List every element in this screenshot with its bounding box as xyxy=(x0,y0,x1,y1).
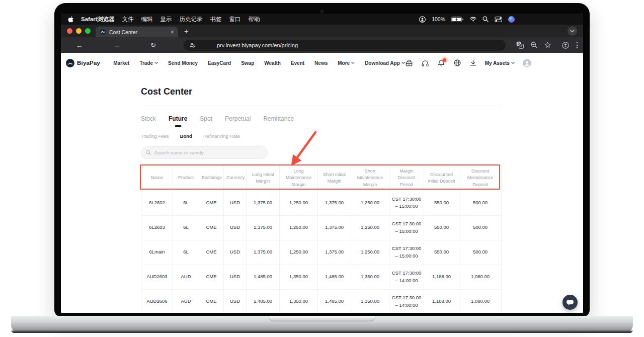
tab-title: Cost Center xyxy=(109,29,168,35)
fullscreen-window-button[interactable] xyxy=(85,28,91,34)
search-box[interactable] xyxy=(141,146,268,159)
table-cell: 1,375.00 xyxy=(318,240,351,265)
language-globe-icon[interactable] xyxy=(453,59,461,67)
menubar-item[interactable]: 编辑 xyxy=(141,16,152,23)
back-button[interactable]: ← xyxy=(76,37,83,53)
table-cell: 1,250.00 xyxy=(280,215,318,240)
browser-tab[interactable]: Cost Center × xyxy=(96,27,178,37)
table-cell: 1,080.00 xyxy=(459,289,502,313)
column-header: Product xyxy=(173,165,199,191)
table-cell: AUD xyxy=(173,289,199,313)
cost-table: NameProductExchangeCurrencyLong Initial … xyxy=(141,165,502,313)
control-center-icon[interactable] xyxy=(495,17,502,22)
table-cell: 6L2603 xyxy=(141,215,173,240)
table-cell: 550.00 xyxy=(424,240,459,265)
subtab-bond[interactable]: Bond xyxy=(180,133,192,139)
nav-item-more[interactable]: More xyxy=(338,60,355,66)
forward-button[interactable]: → xyxy=(113,37,120,53)
menubar-item[interactable]: 窗口 xyxy=(229,16,240,23)
annotation-arrow xyxy=(285,128,326,171)
table-cell: 1,375.00 xyxy=(247,191,280,215)
biyapay-logo[interactable]: BiyaPay xyxy=(66,59,100,67)
subtab-refinancing-rate[interactable]: Refinancing Rate xyxy=(203,133,240,139)
table-cell: 1,350.00 xyxy=(351,289,389,313)
table-cell: CST 17:30:00 – 15:00:00 xyxy=(389,215,424,240)
nav-item-wealth[interactable]: Wealth xyxy=(264,60,281,66)
battery-icon[interactable] xyxy=(451,17,464,22)
wifi-icon[interactable] xyxy=(470,17,476,22)
table-cell: 6L2602 xyxy=(141,191,173,215)
zoom-out-icon[interactable] xyxy=(531,42,537,48)
column-header: Short Maintenance Margin xyxy=(351,165,389,191)
table-cell: 1,350.00 xyxy=(280,289,318,313)
table-cell: 6L xyxy=(173,191,199,215)
table-cell: 1,250.00 xyxy=(351,215,389,240)
table-cell: CME xyxy=(199,265,224,289)
bookmark-star-icon[interactable] xyxy=(544,42,551,48)
siri-icon[interactable] xyxy=(508,16,515,23)
browser-profile-icon[interactable] xyxy=(562,42,569,49)
search-input[interactable] xyxy=(154,150,263,155)
nav-item-easycard[interactable]: EasyCard xyxy=(208,60,231,66)
nav-item-trade[interactable]: Trade xyxy=(139,60,158,66)
tab-spot[interactable]: Spot xyxy=(200,115,212,127)
menubar-item[interactable]: 书签 xyxy=(210,16,221,23)
tab-perpetual[interactable]: Perpetual xyxy=(225,115,251,127)
laptop-lid-notch xyxy=(268,316,376,321)
minimize-window-button[interactable] xyxy=(76,28,82,34)
nav-item-event[interactable]: Event xyxy=(291,60,304,66)
site-settings-tune-icon[interactable] xyxy=(190,42,196,48)
address-bar[interactable]: prv.invest.biyapay.com/en/pricing xyxy=(184,40,506,51)
search-icon xyxy=(146,150,151,155)
menubar-item[interactable]: 帮助 xyxy=(248,16,260,23)
translate-icon[interactable]: a xyxy=(516,41,524,49)
table-cell: 6L xyxy=(173,215,199,240)
menubar-item[interactable]: 文件 xyxy=(122,16,133,23)
tab-remittance[interactable]: Remittance xyxy=(263,115,294,127)
table-cell: 6Lmain xyxy=(141,240,173,265)
column-header: Long Initial Margin xyxy=(247,165,280,191)
customer-service-headset-icon[interactable] xyxy=(421,59,429,67)
tab-list-chevron-icon[interactable] xyxy=(568,26,577,36)
download-icon[interactable] xyxy=(469,59,477,66)
tab-future[interactable]: Future xyxy=(169,115,187,127)
browser-urlbar: ← → ↻ prv.invest.biyapay.com/en/pricing … xyxy=(61,37,583,53)
site-nav-links: MarketTradeSend MoneyEasyCardSwapWealthE… xyxy=(113,60,405,66)
my-assets-menu[interactable]: My Assets xyxy=(485,60,515,66)
printer-icon[interactable] xyxy=(405,59,413,67)
menubar-item[interactable]: 历史记录 xyxy=(179,16,202,23)
table-row: 6Lmain6LCMEUSD1,375.001,250.001,375.001,… xyxy=(141,240,502,265)
notification-bell-icon[interactable] xyxy=(437,59,445,67)
menubar-app-name[interactable]: Safari浏览器 xyxy=(81,16,114,23)
site-nav-actions: My Assets xyxy=(405,59,531,67)
table-cell: 1,188.00 xyxy=(424,289,459,313)
table-cell: 1,250.00 xyxy=(351,191,389,215)
reload-button[interactable]: ↻ xyxy=(150,37,156,53)
close-window-button[interactable] xyxy=(67,28,72,34)
table-cell: 1,188.00 xyxy=(424,265,459,289)
nav-item-send-money[interactable]: Send Money xyxy=(168,60,198,66)
menubar-items: 文件编辑显示历史记录书签窗口帮助 xyxy=(122,16,260,23)
subtab-trading-fees[interactable]: Trading Fees xyxy=(141,133,169,139)
spotlight-search-icon[interactable] xyxy=(482,16,489,22)
table-cell: 1,485.00 xyxy=(318,265,351,289)
menubar-item[interactable]: 显示 xyxy=(160,16,172,23)
nav-item-market[interactable]: Market xyxy=(113,60,129,66)
user-avatar[interactable] xyxy=(523,59,531,67)
chat-support-button[interactable] xyxy=(562,295,578,310)
apple-menu-icon[interactable] xyxy=(68,16,73,23)
table-row: 6L26036LCMEUSD1,375.001,250.001,375.001,… xyxy=(141,215,502,240)
table-cell: 550.00 xyxy=(424,191,459,215)
nav-item-download-app[interactable]: Download App xyxy=(365,60,405,66)
nav-item-news[interactable]: News xyxy=(314,60,328,66)
browser-menu-kebab-icon[interactable] xyxy=(576,42,578,49)
table-cell: 1,375.00 xyxy=(247,240,280,265)
tab-close-icon[interactable]: × xyxy=(171,29,174,35)
new-tab-button[interactable]: + xyxy=(184,27,189,35)
table-cell: 1,250.00 xyxy=(280,191,318,215)
nav-item-swap[interactable]: Swap xyxy=(241,60,254,66)
user-switch-icon[interactable] xyxy=(419,16,426,23)
tab-stock[interactable]: Stock xyxy=(141,115,156,127)
table-cell: 550.00 xyxy=(424,215,459,240)
url-text: prv.invest.biyapay.com/en/pricing xyxy=(217,42,298,48)
